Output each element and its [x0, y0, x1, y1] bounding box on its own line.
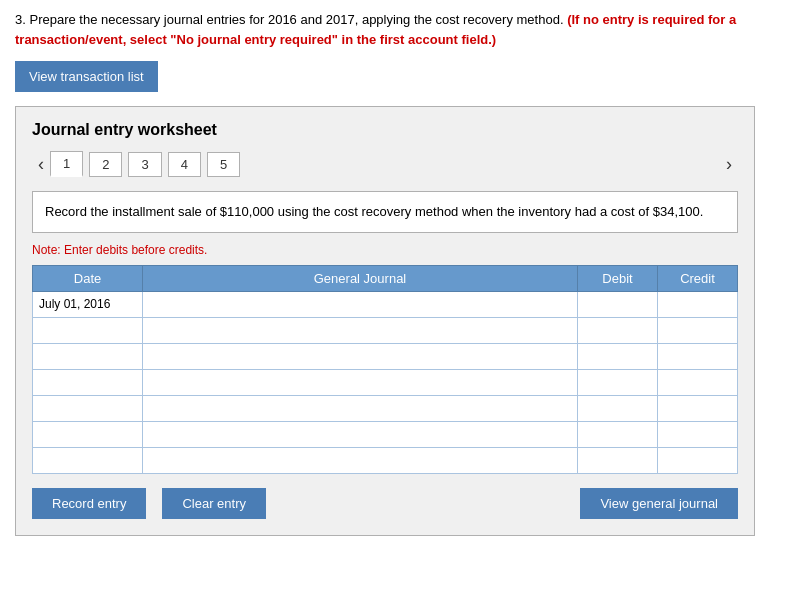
credit-input[interactable]	[658, 318, 737, 343]
view-general-journal-button[interactable]: View general journal	[580, 488, 738, 519]
table-row	[33, 317, 738, 343]
debit-input[interactable]	[578, 396, 657, 421]
tab-4[interactable]: 4	[168, 152, 201, 177]
clear-entry-button[interactable]: Clear entry	[162, 488, 266, 519]
date-cell: July 01, 2016	[33, 291, 143, 317]
general-journal-input[interactable]	[143, 422, 577, 447]
description-box: Record the installment sale of $110,000 …	[32, 191, 738, 233]
debit-cell[interactable]	[578, 395, 658, 421]
table-row	[33, 447, 738, 473]
credit-input[interactable]	[658, 396, 737, 421]
general-journal-cell[interactable]	[143, 369, 578, 395]
general-journal-input[interactable]	[143, 396, 577, 421]
description-text: Record the installment sale of $110,000 …	[45, 204, 703, 219]
journal-table: Date General Journal Debit Credit July 0…	[32, 265, 738, 474]
table-row	[33, 421, 738, 447]
general-journal-cell[interactable]	[143, 291, 578, 317]
tab-3[interactable]: 3	[128, 152, 161, 177]
debit-cell[interactable]	[578, 421, 658, 447]
general-journal-cell[interactable]	[143, 447, 578, 473]
instructions: 3. Prepare the necessary journal entries…	[15, 10, 791, 49]
tab-1[interactable]: 1	[50, 151, 83, 177]
credit-cell[interactable]	[658, 291, 738, 317]
debit-input[interactable]	[578, 344, 657, 369]
tabs-row: ‹ 1 2 3 4 5 ›	[32, 151, 738, 177]
general-journal-input[interactable]	[143, 318, 577, 343]
table-row: July 01, 2016	[33, 291, 738, 317]
general-journal-cell[interactable]	[143, 343, 578, 369]
worksheet-title: Journal entry worksheet	[32, 121, 738, 139]
credit-cell[interactable]	[658, 317, 738, 343]
debit-cell[interactable]	[578, 369, 658, 395]
general-journal-input[interactable]	[143, 292, 577, 317]
credit-input[interactable]	[658, 292, 737, 317]
general-journal-cell[interactable]	[143, 421, 578, 447]
view-transaction-button[interactable]: View transaction list	[15, 61, 158, 92]
debit-cell[interactable]	[578, 291, 658, 317]
credit-cell[interactable]	[658, 369, 738, 395]
worksheet-container: Journal entry worksheet ‹ 1 2 3 4 5 › Re…	[15, 106, 755, 536]
credit-input[interactable]	[658, 344, 737, 369]
date-cell	[33, 395, 143, 421]
next-tab-button[interactable]: ›	[720, 152, 738, 177]
table-row	[33, 369, 738, 395]
general-journal-cell[interactable]	[143, 317, 578, 343]
col-header-date: Date	[33, 265, 143, 291]
date-cell	[33, 343, 143, 369]
general-journal-input[interactable]	[143, 344, 577, 369]
date-cell	[33, 421, 143, 447]
debit-input[interactable]	[578, 422, 657, 447]
date-cell	[33, 369, 143, 395]
col-header-credit: Credit	[658, 265, 738, 291]
debit-cell[interactable]	[578, 447, 658, 473]
tab-2[interactable]: 2	[89, 152, 122, 177]
date-cell	[33, 447, 143, 473]
tab-5[interactable]: 5	[207, 152, 240, 177]
date-cell	[33, 317, 143, 343]
credit-input[interactable]	[658, 370, 737, 395]
debit-input[interactable]	[578, 292, 657, 317]
debit-input[interactable]	[578, 370, 657, 395]
credit-cell[interactable]	[658, 343, 738, 369]
debit-input[interactable]	[578, 448, 657, 473]
debit-input[interactable]	[578, 318, 657, 343]
debit-cell[interactable]	[578, 343, 658, 369]
credit-cell[interactable]	[658, 447, 738, 473]
instruction-main: Prepare the necessary journal entries fo…	[29, 12, 563, 27]
general-journal-input[interactable]	[143, 448, 577, 473]
table-row	[33, 395, 738, 421]
debit-cell[interactable]	[578, 317, 658, 343]
credit-input[interactable]	[658, 422, 737, 447]
instruction-number: 3.	[15, 12, 26, 27]
table-row	[33, 343, 738, 369]
credit-cell[interactable]	[658, 395, 738, 421]
button-row: Record entry Clear entry View general jo…	[32, 488, 738, 519]
general-journal-input[interactable]	[143, 370, 577, 395]
col-header-debit: Debit	[578, 265, 658, 291]
credit-input[interactable]	[658, 448, 737, 473]
prev-tab-button[interactable]: ‹	[32, 152, 50, 177]
col-header-gj: General Journal	[143, 265, 578, 291]
credit-cell[interactable]	[658, 421, 738, 447]
record-entry-button[interactable]: Record entry	[32, 488, 146, 519]
general-journal-cell[interactable]	[143, 395, 578, 421]
note-text: Note: Enter debits before credits.	[32, 243, 738, 257]
